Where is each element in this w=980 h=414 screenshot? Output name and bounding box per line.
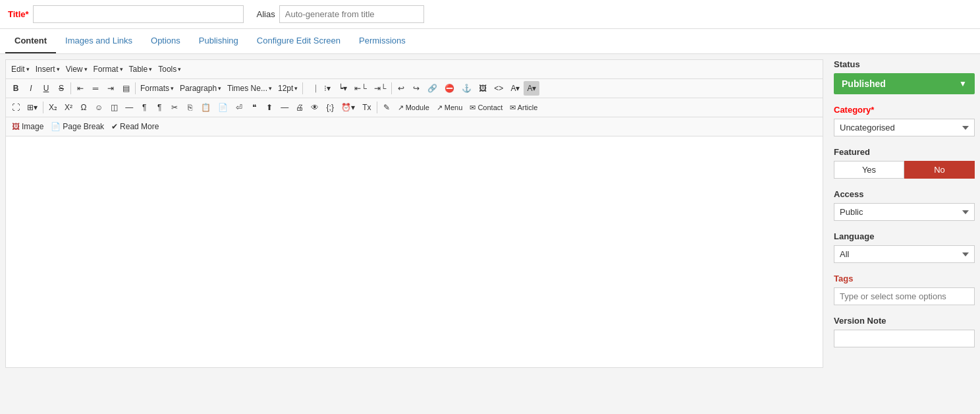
tab-configure-edit-screen[interactable]: Configure Edit Screen: [248, 29, 350, 53]
tags-input[interactable]: [834, 287, 975, 305]
hide-blocks-button[interactable]: ¶: [152, 100, 167, 115]
bold-button[interactable]: B: [9, 81, 23, 96]
code2-button[interactable]: {;}: [323, 100, 337, 115]
align-left-button[interactable]: ⇤: [73, 81, 88, 96]
editor-toolbar-insert: 🖼 Image 📄 Page Break ✔ Read More: [6, 117, 823, 136]
featured-label: Featured: [834, 147, 975, 157]
paste-text-button[interactable]: 📄: [215, 100, 231, 115]
status-button[interactable]: Published ▼: [834, 73, 975, 94]
alias-input[interactable]: [279, 5, 424, 23]
bullet-list-button[interactable]: ⁝​▾: [320, 81, 335, 96]
underline-button[interactable]: U: [39, 81, 53, 96]
blockquote-button[interactable]: ❝: [247, 100, 261, 115]
strikethrough-button[interactable]: S: [54, 81, 68, 96]
version-note-label: Version Note: [834, 316, 975, 326]
status-section: Status Published ▼: [834, 59, 975, 94]
highlight-button[interactable]: A▾: [524, 81, 539, 96]
status-label: Status: [834, 59, 975, 69]
paste-button[interactable]: 📋: [198, 100, 214, 115]
outdent-button[interactable]: ⇤└: [351, 81, 370, 96]
copy-button[interactable]: ⎘: [182, 100, 197, 115]
article-edit-button[interactable]: ✎: [379, 100, 394, 115]
font-dropdown[interactable]: Times Ne...▾: [225, 81, 275, 96]
tools-menu[interactable]: Tools▾: [155, 62, 184, 76]
align-center-button[interactable]: ═: [88, 81, 103, 96]
line-height-button[interactable]: ⎹: [305, 81, 319, 96]
main-content: Edit▾ Insert▾ View▾ Format▾ Table▾ Tools…: [0, 54, 980, 373]
access-select[interactable]: Public: [834, 203, 975, 221]
featured-yes-button[interactable]: Yes: [834, 161, 904, 179]
version-note-input[interactable]: [834, 330, 975, 347]
sidebar: Status Published ▼ Category* Uncategoris…: [829, 54, 980, 373]
anchor-button[interactable]: ⚓: [458, 81, 475, 96]
top-bar: Title* Alias: [0, 0, 980, 29]
title-input[interactable]: [33, 5, 244, 23]
sep2: [135, 82, 136, 94]
title-label: Title*: [8, 9, 29, 19]
sep1: [70, 82, 71, 94]
featured-no-button[interactable]: No: [904, 161, 975, 179]
undo-button[interactable]: ↩: [394, 81, 408, 96]
paragraph-dropdown[interactable]: Paragraph▾: [177, 81, 224, 96]
view-menu[interactable]: View▾: [63, 62, 90, 76]
print-button[interactable]: 🖨: [292, 100, 307, 115]
contact-button[interactable]: ✉ Contact: [466, 100, 506, 115]
indent-button[interactable]: ⇥└: [371, 81, 390, 96]
image-button[interactable]: 🖼 Image: [9, 119, 47, 134]
version-note-section: Version Note: [834, 316, 975, 347]
timer-button[interactable]: ⏰▾: [338, 100, 358, 115]
status-value: Published: [842, 78, 886, 89]
table-insert-button[interactable]: ⊞▾: [24, 100, 41, 115]
num-list-button[interactable]: ┕▾: [335, 81, 350, 96]
status-arrow-icon: ▼: [959, 79, 967, 88]
editor-body[interactable]: [6, 136, 823, 367]
sep3: [302, 82, 303, 94]
superscript-button[interactable]: X²: [61, 100, 76, 115]
hr-button[interactable]: —: [122, 100, 136, 115]
format-menu[interactable]: Format▾: [91, 62, 126, 76]
unlink-button[interactable]: ⛔: [441, 81, 458, 96]
module-button[interactable]: ↗ Module: [395, 100, 433, 115]
language-section: Language All: [834, 231, 975, 263]
redo-button[interactable]: ↪: [409, 81, 423, 96]
formats-dropdown[interactable]: Formats▾: [138, 81, 177, 96]
insert-menu[interactable]: Insert▾: [33, 62, 63, 76]
category-select[interactable]: Uncategorised: [834, 119, 975, 136]
special-char-button[interactable]: Ω: [76, 100, 91, 115]
cut-button[interactable]: ✂: [167, 100, 182, 115]
emoji-button[interactable]: ☺: [92, 100, 106, 115]
tags-section: Tags: [834, 274, 975, 305]
editor-area: Edit▾ Insert▾ View▾ Format▾ Table▾ Tools…: [5, 59, 823, 368]
featured-toggle: Yes No: [834, 161, 975, 179]
link-button[interactable]: 🔗: [424, 81, 441, 96]
tab-publishing[interactable]: Publishing: [190, 29, 248, 53]
code-button[interactable]: <>: [491, 81, 506, 96]
italic-button[interactable]: I: [24, 81, 38, 96]
edit-menu[interactable]: Edit▾: [9, 62, 32, 76]
page-break-button[interactable]: 📄 Page Break: [47, 119, 107, 134]
language-select[interactable]: All: [834, 245, 975, 263]
align-justify-button[interactable]: ▤: [119, 81, 133, 96]
nonbreaking-button[interactable]: ⏎: [232, 100, 246, 115]
menu-button[interactable]: ↗ Menu: [433, 100, 466, 115]
upload-button[interactable]: ⬆: [262, 100, 277, 115]
article-button[interactable]: ✉ Article: [506, 100, 541, 115]
remove-format-button[interactable]: Tx: [359, 100, 374, 115]
tab-content[interactable]: Content: [5, 29, 56, 53]
hr2-button[interactable]: —: [277, 100, 292, 115]
show-blocks-button[interactable]: ¶: [137, 100, 151, 115]
size-dropdown[interactable]: 12pt▾: [275, 81, 300, 96]
fullscreen-button[interactable]: ⛶: [9, 100, 23, 115]
tab-permissions[interactable]: Permissions: [350, 29, 415, 53]
subscript-button[interactable]: X₂: [45, 100, 61, 115]
table-menu[interactable]: Table▾: [126, 62, 155, 76]
tab-images-links[interactable]: Images and Links: [56, 29, 142, 53]
media-button[interactable]: ◫: [107, 100, 121, 115]
font-color-button[interactable]: A▾: [507, 81, 523, 96]
preview-button[interactable]: 👁: [308, 100, 322, 115]
read-more-button[interactable]: ✔ Read More: [108, 119, 162, 134]
align-right-button[interactable]: ⇥: [103, 81, 118, 96]
language-label: Language: [834, 231, 975, 241]
tab-options[interactable]: Options: [142, 29, 190, 53]
image-insert-button[interactable]: 🖼: [476, 81, 490, 96]
